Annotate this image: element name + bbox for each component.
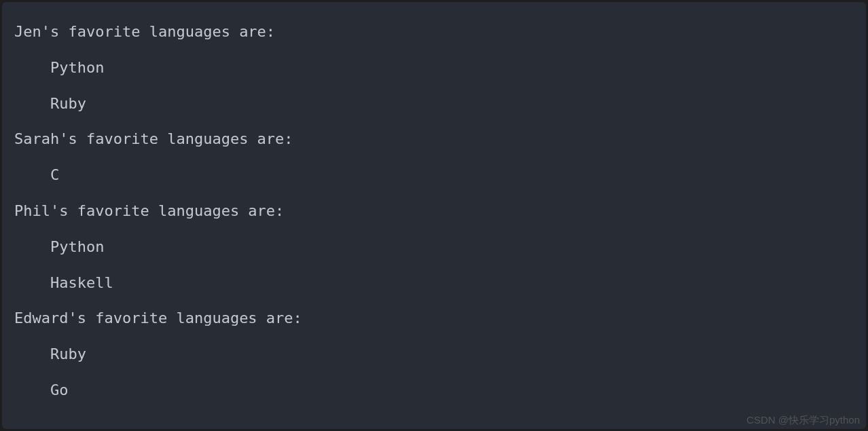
output-line: Ruby bbox=[14, 337, 854, 373]
code-output-block: Jen's favorite languages are: Python Rub… bbox=[2, 2, 866, 429]
output-line: Edward's favorite languages are: bbox=[14, 301, 854, 337]
output-line: Haskell bbox=[14, 265, 854, 301]
watermark-text: CSDN @快乐学习python bbox=[746, 414, 860, 427]
output-line: Sarah's favorite languages are: bbox=[14, 121, 854, 157]
output-line: Go bbox=[14, 373, 854, 409]
output-line: Ruby bbox=[14, 86, 854, 122]
output-line: Python bbox=[14, 229, 854, 265]
output-line: Python bbox=[14, 50, 854, 86]
output-line: C bbox=[14, 157, 854, 193]
output-line: Phil's favorite languages are: bbox=[14, 193, 854, 229]
output-line: Jen's favorite languages are: bbox=[14, 14, 854, 50]
